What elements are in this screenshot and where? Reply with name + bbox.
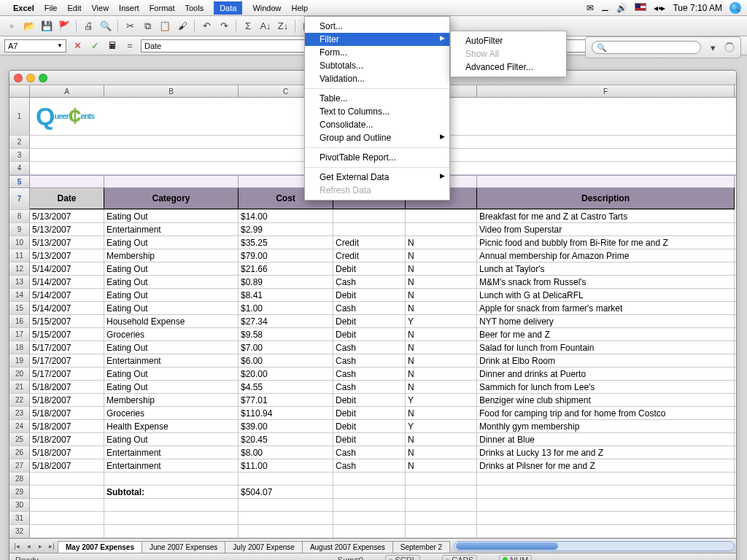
cell[interactable]: Debit bbox=[333, 289, 406, 301]
cell[interactable]: N bbox=[406, 328, 477, 341]
cell[interactable]: Eating Out bbox=[104, 262, 239, 275]
cell[interactable]: Eating Out bbox=[104, 368, 239, 380]
cell[interactable]: N bbox=[406, 262, 477, 275]
sheet-tab[interactable]: May 2007 Expenses bbox=[58, 541, 142, 553]
cell[interactable]: N bbox=[406, 459, 477, 472]
cell[interactable]: $20.45 bbox=[239, 433, 333, 446]
row-header[interactable]: 19 bbox=[9, 354, 30, 367]
col-header-a[interactable]: A bbox=[30, 85, 104, 97]
cell[interactable]: 5/18/2007 bbox=[30, 420, 104, 432]
cell[interactable]: 5/18/2007 bbox=[30, 394, 104, 406]
close-icon[interactable] bbox=[14, 74, 23, 82]
cell[interactable]: 5/14/2007 bbox=[30, 276, 104, 288]
minimize-icon[interactable] bbox=[26, 74, 35, 82]
cell[interactable]: Eating Out bbox=[104, 302, 239, 314]
cell[interactable]: 5/13/2007 bbox=[30, 249, 104, 262]
cell[interactable]: N bbox=[406, 407, 477, 419]
cell[interactable]: Annual membership for Amazon Prime bbox=[477, 249, 735, 262]
cell[interactable]: $4.55 bbox=[239, 381, 333, 393]
cell[interactable]: Debit bbox=[333, 394, 406, 406]
cell[interactable] bbox=[104, 499, 239, 511]
cell[interactable]: Eating Out bbox=[104, 289, 239, 301]
new-icon[interactable]: ▫ bbox=[4, 19, 19, 34]
row-header[interactable]: 25 bbox=[9, 433, 30, 446]
cell[interactable]: N bbox=[406, 446, 477, 459]
menu-help[interactable]: Help bbox=[292, 4, 309, 12]
cell[interactable]: Category bbox=[104, 188, 239, 209]
menu-file[interactable]: File bbox=[44, 4, 58, 12]
cell[interactable]: Y bbox=[406, 315, 477, 327]
cell[interactable] bbox=[406, 486, 477, 498]
cell[interactable]: Cash bbox=[333, 368, 406, 380]
cell[interactable]: Y bbox=[406, 394, 477, 406]
search-dropdown-icon[interactable]: ▾ bbox=[705, 40, 720, 55]
horizontal-scrollbar[interactable] bbox=[454, 541, 735, 551]
cell[interactable] bbox=[333, 223, 406, 236]
cell[interactable] bbox=[30, 149, 104, 161]
preview-icon[interactable]: 🔍 bbox=[98, 19, 113, 34]
cell[interactable]: $0.89 bbox=[239, 276, 333, 288]
cell[interactable]: 5/18/2007 bbox=[30, 459, 104, 472]
row-header[interactable]: 29 bbox=[9, 486, 30, 498]
cell[interactable]: Dinner at Blue bbox=[477, 433, 735, 446]
cell[interactable] bbox=[406, 210, 477, 222]
cell[interactable] bbox=[30, 176, 104, 187]
cell[interactable] bbox=[104, 136, 239, 148]
tab-prev-icon[interactable]: ◂ bbox=[23, 540, 34, 552]
cell[interactable]: Groceries bbox=[104, 328, 239, 341]
cell[interactable] bbox=[406, 499, 477, 511]
cell[interactable] bbox=[30, 499, 104, 511]
volume-icon[interactable]: 🔊 bbox=[616, 3, 627, 13]
cell[interactable]: N bbox=[406, 354, 477, 367]
menu-item[interactable]: Filter▶ bbox=[305, 33, 449, 46]
cell[interactable] bbox=[477, 486, 735, 498]
col-header-f[interactable]: F bbox=[477, 85, 735, 97]
sort-desc-icon[interactable]: Z↓ bbox=[276, 19, 290, 34]
cell[interactable] bbox=[333, 499, 406, 511]
row-header[interactable]: 3 bbox=[9, 149, 30, 161]
copy-icon[interactable]: ⧉ bbox=[140, 19, 155, 34]
cell[interactable]: N bbox=[406, 381, 477, 393]
menu-item[interactable]: Sort... bbox=[305, 20, 449, 33]
cell[interactable] bbox=[104, 162, 239, 174]
cell[interactable]: Eating Out bbox=[104, 276, 239, 288]
cell[interactable]: Lunch at Taylor's bbox=[477, 262, 735, 275]
select-all-corner[interactable] bbox=[9, 85, 30, 97]
cell[interactable]: N bbox=[406, 276, 477, 288]
row-header[interactable]: 28 bbox=[9, 472, 30, 485]
cell[interactable]: $2.99 bbox=[239, 223, 333, 236]
cell[interactable]: 5/18/2007 bbox=[30, 446, 104, 459]
row-header[interactable]: 14 bbox=[9, 289, 30, 301]
cell[interactable]: Health Expense bbox=[104, 420, 239, 432]
cell[interactable]: N bbox=[406, 433, 477, 446]
cell[interactable] bbox=[477, 176, 735, 187]
cell[interactable] bbox=[30, 525, 104, 537]
cell[interactable]: Debit bbox=[333, 315, 406, 327]
cell[interactable]: Household Expense bbox=[104, 315, 239, 327]
cell[interactable] bbox=[104, 176, 239, 187]
cell[interactable]: Sammich for lunch from Lee's bbox=[477, 381, 735, 393]
cell[interactable]: 5/17/2007 bbox=[30, 341, 104, 354]
cell[interactable]: $35.25 bbox=[239, 236, 333, 249]
cell[interactable]: $1.00 bbox=[239, 302, 333, 314]
cell[interactable] bbox=[239, 472, 333, 485]
tab-next-icon[interactable]: ▸ bbox=[34, 540, 46, 552]
sort-asc-icon[interactable]: A↓ bbox=[258, 19, 273, 34]
cell[interactable]: Debit bbox=[333, 262, 406, 275]
menu-data[interactable]: Data bbox=[214, 1, 242, 15]
flag-toolbar-icon[interactable]: 🚩 bbox=[57, 19, 71, 34]
cell[interactable] bbox=[104, 472, 239, 485]
cell[interactable]: $7.00 bbox=[239, 341, 333, 354]
cell[interactable]: Entertainment bbox=[104, 459, 239, 472]
cell[interactable]: Y bbox=[406, 420, 477, 432]
cell[interactable]: Eating Out bbox=[104, 210, 239, 222]
cell[interactable]: Cash bbox=[333, 354, 406, 367]
row-header[interactable]: 22 bbox=[9, 394, 30, 406]
cell[interactable]: Date bbox=[30, 188, 104, 209]
row-header[interactable]: 9 bbox=[9, 223, 30, 236]
row-header[interactable]: 12 bbox=[9, 262, 30, 275]
sheet-tab[interactable]: September 2 bbox=[392, 541, 450, 553]
row-header[interactable]: 32 bbox=[9, 525, 30, 537]
cell[interactable]: M&M's snack from Russel's bbox=[477, 276, 735, 288]
menu-item[interactable]: AutoFilter bbox=[451, 34, 566, 47]
